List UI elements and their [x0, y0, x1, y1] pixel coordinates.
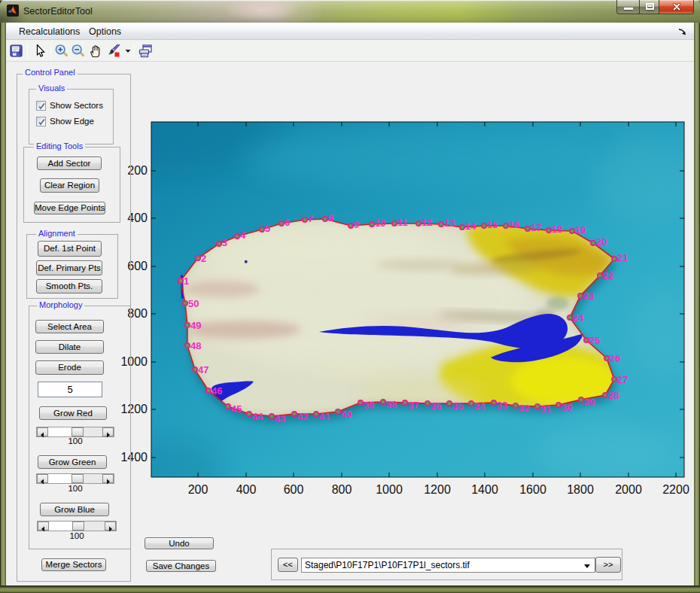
svg-text:1800: 1800	[567, 483, 594, 496]
svg-text:1600: 1600	[519, 483, 546, 496]
svg-text:16: 16	[509, 219, 519, 230]
svg-text:45: 45	[231, 403, 242, 415]
svg-text:15: 15	[487, 219, 498, 230]
svg-text:19: 19	[575, 224, 586, 236]
svg-text:22: 22	[603, 270, 613, 281]
svg-text:28: 28	[608, 390, 619, 401]
svg-text:4: 4	[240, 230, 246, 241]
svg-text:35: 35	[452, 400, 463, 412]
svg-text:44: 44	[252, 411, 263, 422]
svg-text:11: 11	[397, 217, 408, 228]
svg-text:8: 8	[328, 212, 333, 224]
svg-text:37: 37	[408, 400, 418, 411]
svg-text:46: 46	[212, 385, 222, 397]
svg-text:27: 27	[617, 374, 628, 385]
svg-text:41: 41	[319, 411, 330, 422]
svg-text:21: 21	[617, 252, 628, 263]
svg-text:600: 600	[284, 483, 304, 496]
svg-text:25: 25	[589, 335, 600, 346]
svg-text:6: 6	[285, 217, 290, 228]
svg-text:42: 42	[297, 411, 308, 422]
svg-text:36: 36	[431, 400, 441, 412]
svg-text:29: 29	[584, 397, 595, 408]
svg-text:23: 23	[583, 290, 594, 302]
svg-text:12: 12	[422, 217, 432, 228]
svg-text:2200: 2200	[662, 483, 689, 496]
svg-text:26: 26	[610, 353, 620, 364]
svg-text:400: 400	[236, 483, 257, 496]
svg-text:43: 43	[275, 413, 285, 424]
svg-text:1000: 1000	[376, 483, 403, 496]
svg-text:34: 34	[474, 400, 485, 412]
svg-text:2000: 2000	[615, 483, 642, 496]
svg-text:24: 24	[573, 312, 584, 324]
svg-text:1200: 1200	[424, 483, 451, 496]
svg-text:48: 48	[190, 340, 201, 351]
svg-text:39: 39	[364, 400, 374, 411]
svg-text:31: 31	[540, 403, 551, 415]
svg-text:800: 800	[332, 483, 352, 496]
svg-text:47: 47	[198, 364, 208, 376]
svg-text:38: 38	[386, 399, 397, 410]
svg-text:2: 2	[201, 253, 206, 264]
svg-text:3: 3	[222, 237, 227, 248]
svg-text:9: 9	[354, 219, 359, 230]
svg-text:1400: 1400	[471, 483, 498, 496]
svg-text:10: 10	[375, 217, 385, 229]
svg-text:30: 30	[562, 402, 572, 413]
svg-text:33: 33	[497, 400, 507, 411]
svg-text:18: 18	[552, 224, 562, 235]
svg-text:5: 5	[265, 223, 270, 234]
svg-text:14: 14	[465, 220, 476, 232]
svg-text:20: 20	[596, 236, 607, 248]
svg-text:32: 32	[519, 403, 529, 414]
svg-text:50: 50	[188, 298, 199, 309]
svg-text:13: 13	[444, 217, 455, 229]
svg-text:200: 200	[188, 483, 208, 496]
svg-text:40: 40	[341, 409, 352, 420]
svg-text:17: 17	[531, 222, 541, 233]
svg-text:7: 7	[308, 213, 313, 224]
svg-text:1: 1	[184, 275, 189, 287]
svg-text:49: 49	[190, 320, 201, 331]
